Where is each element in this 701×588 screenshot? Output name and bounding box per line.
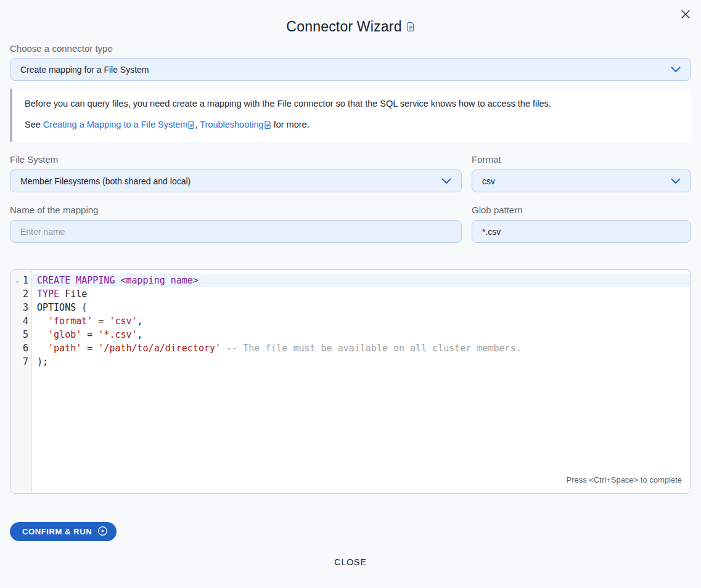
code-token: File (59, 288, 87, 300)
connector-type-select[interactable]: Create mapping for a File System (10, 58, 691, 81)
file-system-label: File System (10, 154, 462, 165)
mapping-name-input[interactable] (10, 220, 462, 243)
info-separator: , (195, 120, 200, 129)
link-troubleshooting[interactable]: Troubleshooting (200, 120, 271, 129)
line-number: 4 (10, 314, 31, 328)
glob-pattern-input[interactable] (472, 220, 691, 243)
code-token: 'path' (48, 343, 81, 354)
code-token: 'glob' (48, 329, 81, 340)
file-system-value: Member Filesystems (both shared and loca… (20, 176, 191, 186)
glob-pattern-label: Glob pattern (472, 205, 691, 215)
dialog-body: Choose a connector type Create mapping f… (0, 43, 701, 568)
code-token: OPTIONS ( (37, 302, 87, 313)
code-token: = (81, 343, 98, 354)
format-select[interactable]: csv (472, 169, 691, 192)
sql-code-editor[interactable]: ⌄1234567 CREATE MAPPING <mapping name>TY… (10, 269, 691, 494)
code-token (37, 343, 48, 354)
code-token: , (137, 329, 143, 340)
chevron-down-icon (671, 65, 681, 75)
code-line-1[interactable]: CREATE MAPPING <mapping name> (32, 274, 691, 287)
file-system-select[interactable]: Member Filesystems (both shared and loca… (10, 169, 462, 192)
code-token (37, 329, 48, 340)
form-row-2: Name of the mapping Glob pattern (10, 192, 691, 243)
line-number: ⌄1 (10, 274, 31, 287)
link-creating-mapping[interactable]: Creating a Mapping to a File System (43, 120, 195, 129)
info-see-prefix: See (25, 120, 43, 129)
info-box: Before you can query files, you need cre… (10, 89, 691, 142)
info-text: Before you can query files, you need cre… (25, 99, 679, 109)
code-token: CREATE MAPPING (37, 275, 115, 286)
play-circle-icon (97, 526, 108, 538)
link-creating-mapping-label: Creating a Mapping to a File System (43, 120, 188, 129)
code-token: , (137, 316, 143, 327)
code-token: = (92, 316, 109, 327)
dialog-header: Connector Wizard (0, 0, 701, 35)
editor-gutter: ⌄1234567 (10, 270, 32, 493)
doc-icon (264, 121, 271, 129)
code-token: <mapping name> (120, 275, 198, 286)
format-label: Format (472, 154, 691, 165)
doc-icon (188, 121, 195, 129)
code-line-7[interactable]: ); (32, 355, 691, 369)
code-token: '*.csv' (98, 329, 137, 340)
code-token: -- The file must be available on all clu… (226, 343, 522, 354)
confirm-run-button[interactable]: CONFIRM & RUN (10, 522, 117, 541)
line-number: 3 (10, 301, 31, 314)
form-row-1: File System Member Filesystems (both sha… (10, 142, 691, 192)
code-token: = (81, 329, 98, 340)
close-button[interactable]: CLOSE (330, 557, 370, 568)
mapping-name-label: Name of the mapping (10, 205, 462, 215)
chevron-down-icon (441, 176, 451, 186)
close-icon[interactable] (676, 5, 695, 23)
code-line-4[interactable]: 'format' = 'csv', (32, 314, 691, 328)
code-token: 'format' (48, 316, 92, 327)
code-line-5[interactable]: 'glob' = '*.csv', (32, 328, 691, 341)
connector-type-value: Create mapping for a File System (20, 65, 149, 75)
fold-chevron-icon[interactable]: ⌄ (15, 274, 23, 287)
connector-type-label: Choose a connector type (10, 43, 691, 54)
line-number: 5 (10, 328, 31, 341)
chevron-down-icon (671, 176, 681, 186)
info-suffix: for more. (271, 120, 310, 129)
code-line-3[interactable]: OPTIONS ( (32, 301, 691, 314)
format-value: csv (482, 176, 495, 186)
code-token (37, 316, 48, 327)
code-line-6[interactable]: 'path' = '/path/to/a/directory' -- The f… (32, 341, 691, 355)
doc-icon[interactable] (407, 22, 415, 34)
page-title: Connector Wizard (286, 18, 401, 35)
confirm-run-label: CONFIRM & RUN (22, 527, 92, 536)
autocomplete-hint: Press <Ctrl+Space> to complete (566, 473, 682, 487)
code-token: ); (37, 356, 48, 367)
line-number: 2 (10, 287, 31, 301)
code-token: 'csv' (109, 316, 137, 327)
line-number: 6 (10, 341, 31, 355)
code-token (221, 343, 226, 354)
editor-code[interactable]: CREATE MAPPING <mapping name>TYPE FileOP… (32, 270, 691, 493)
info-links-line: See Creating a Mapping to a File System,… (25, 120, 679, 130)
line-number: 7 (10, 355, 31, 369)
code-token: TYPE (37, 288, 59, 300)
code-line-2[interactable]: TYPE File (32, 287, 691, 301)
link-troubleshooting-label: Troubleshooting (200, 120, 263, 129)
code-token: '/path/to/a/directory' (98, 343, 221, 354)
